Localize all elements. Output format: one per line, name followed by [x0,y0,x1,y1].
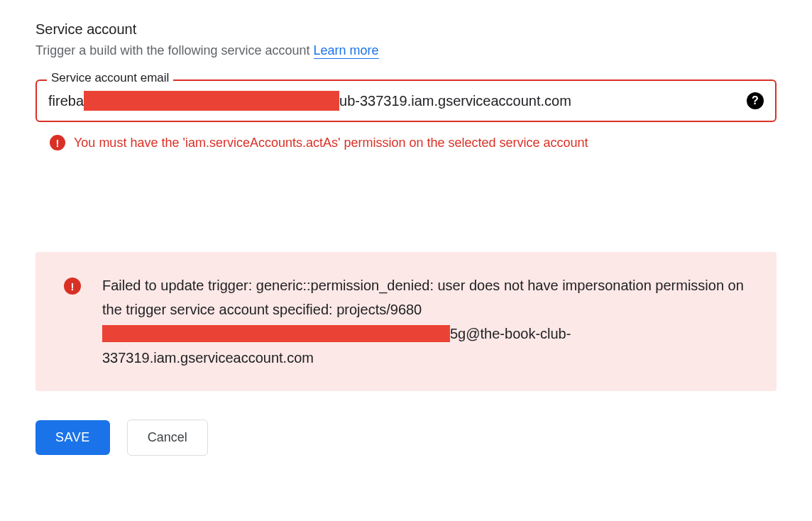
cancel-button[interactable]: Cancel [127,419,208,456]
error-banner: ! Failed to update trigger: generic::per… [35,252,777,391]
section-title: Service account [35,21,777,38]
field-value-suffix: ub-337319.iam.gserviceaccount.com [339,93,571,109]
redaction-bar [84,91,339,111]
field-value-prefix: fireba [48,93,84,109]
save-button[interactable]: SAVE [35,420,110,455]
button-row: SAVE Cancel [35,419,777,456]
service-account-email-field: Service account email firebaub-337319.ia… [35,79,777,122]
banner-text-prefix: Failed to update trigger: generic::permi… [102,278,744,317]
field-label: Service account email [47,71,173,85]
help-icon[interactable]: ? [747,92,764,109]
field-error-text: You must have the 'iam.serviceAccounts.a… [74,133,588,153]
service-account-email-input[interactable]: firebaub-337319.iam.gserviceaccount.com … [35,79,777,122]
error-icon: ! [50,135,65,150]
redaction-bar [102,325,450,342]
error-banner-text: Failed to update trigger: generic::permi… [102,273,748,370]
field-value: firebaub-337319.iam.gserviceaccount.com [48,91,738,111]
error-icon: ! [64,278,81,295]
service-account-section: Service account Trigger a build with the… [35,21,777,456]
section-subtitle-text: Trigger a build with the following servi… [35,43,314,57]
section-subtitle: Trigger a build with the following servi… [35,43,777,58]
learn-more-link[interactable]: Learn more [314,43,379,59]
field-error: ! You must have the 'iam.serviceAccounts… [35,133,777,153]
